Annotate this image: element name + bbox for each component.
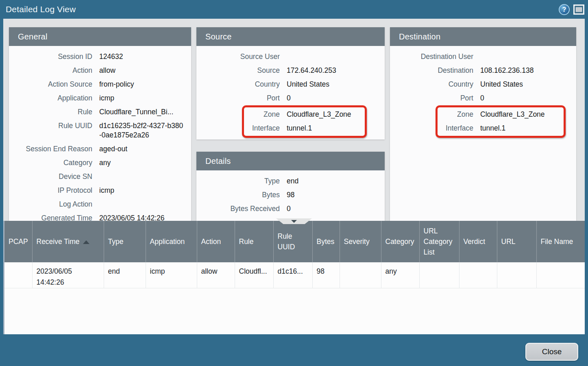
cell-bytes: 98 <box>312 262 340 288</box>
field-label: Action Source <box>9 80 92 89</box>
field-row-source-country: Country United States <box>196 78 385 92</box>
field-row-destination-country: Country United States <box>390 78 576 92</box>
field-label: Category <box>9 158 92 168</box>
column-header-file-name[interactable]: File Name <box>536 221 585 262</box>
field-value: end <box>287 176 385 186</box>
cell-severity <box>340 262 381 288</box>
field-label: Rule UUID <box>9 121 92 131</box>
field-row-rule-uuid: Rule UUID d1c16235-b2f2-4327-b380-0ae187… <box>9 119 191 142</box>
field-value: 0 <box>480 94 576 103</box>
field-value: allow <box>99 66 191 75</box>
field-value: Cloudflare_L3_Zone <box>480 110 564 119</box>
column-header-verdict[interactable]: Verdict <box>459 221 497 262</box>
field-value: 124632 <box>99 52 191 61</box>
field-row-source-user: Source User <box>196 50 385 64</box>
column-label: Verdict <box>464 237 486 246</box>
field-label: Source <box>196 66 280 75</box>
field-row-source-zone: Zone Cloudflare_L3_Zone <box>244 108 365 122</box>
cell-url <box>497 262 536 288</box>
field-value: United States <box>480 80 576 89</box>
column-header-category[interactable]: Category <box>381 221 419 262</box>
cell-application: icmp <box>146 262 197 288</box>
field-row-generated-time: Generated Time 2023/06/05 14:42:26 <box>9 211 191 221</box>
maximize-window-icon[interactable] <box>573 4 584 15</box>
cell-receive-time: 2023/06/05 14:42:26 <box>32 262 104 288</box>
field-value: aged-out <box>99 144 191 154</box>
column-header-url-category-list[interactable]: URL Category List <box>419 221 459 262</box>
field-value: 172.64.240.253 <box>287 66 385 75</box>
field-row-source-port: Port 0 <box>196 92 385 105</box>
column-label: File Name <box>541 237 573 246</box>
column-header-bytes[interactable]: Bytes <box>312 221 340 262</box>
general-panel-body: Session ID 124632 Action allow Action So… <box>9 46 191 221</box>
column-header-rule-uuid[interactable]: Rule UUID <box>273 221 312 262</box>
field-row-destination-interface: Interface tunnel.1 <box>438 122 564 135</box>
field-value: 0 <box>287 94 385 103</box>
column-label: URL <box>501 237 516 246</box>
field-label: Session ID <box>9 52 92 61</box>
field-value: tunnel.1 <box>480 124 564 133</box>
field-row-rule: Rule Cloudflare_Tunnel_Bi... <box>9 105 191 119</box>
log-table-row[interactable]: 2023/06/05 14:42:26 end icmp allow Cloud… <box>4 262 585 288</box>
column-header-pcap[interactable]: PCAP <box>4 221 32 262</box>
field-value: Cloudflare_L3_Zone <box>287 110 365 119</box>
column-label: URL Category List <box>424 227 453 256</box>
source-panel-header: Source <box>196 27 385 46</box>
field-value: 108.162.236.138 <box>480 66 576 75</box>
help-icon[interactable]: ? <box>559 4 570 15</box>
field-label: Action <box>9 66 92 75</box>
field-label: Source User <box>196 52 280 61</box>
column-header-severity[interactable]: Severity <box>340 221 381 262</box>
field-row-type: Type end <box>196 174 385 188</box>
title-bar: Detailed Log View ? <box>0 0 588 19</box>
field-row-destination-port: Port 0 <box>390 92 576 105</box>
field-label: IP Protocol <box>9 186 92 195</box>
log-table-region: PCAP Receive Time Type Application Actio… <box>3 221 585 334</box>
column-header-type[interactable]: Type <box>104 221 146 262</box>
destination-panel-body: Destination User Destination 108.162.236… <box>390 46 576 138</box>
field-value: icmp <box>99 186 191 195</box>
close-button[interactable]: Close <box>525 343 578 361</box>
cell-pcap <box>4 262 32 288</box>
details-panel: Details Type end Bytes 98 Bytes Received… <box>196 152 385 221</box>
help-glyph: ? <box>562 6 566 13</box>
column-header-url[interactable]: URL <box>497 221 536 262</box>
cell-verdict <box>459 262 497 288</box>
field-value: 98 <box>287 190 385 200</box>
field-row-ip-protocol: IP Protocol icmp <box>9 184 191 198</box>
field-row-device-sn: Device SN <box>9 170 191 184</box>
cell-category: any <box>381 262 419 288</box>
field-row-source: Source 172.64.240.253 <box>196 64 385 78</box>
field-value: 2023/06/05 14:42:26 <box>99 214 191 221</box>
field-row-session-id: Session ID 124632 <box>9 50 191 64</box>
field-label: Bytes <box>196 190 280 200</box>
source-panel-body: Source User Source 172.64.240.253 Countr… <box>196 46 385 138</box>
details-panel-body: Type end Bytes 98 Bytes Received 0 <box>196 170 385 216</box>
column-header-rule[interactable]: Rule <box>235 221 273 262</box>
column-label: Action <box>201 237 221 246</box>
field-row-category: Category any <box>9 156 191 170</box>
field-row-bytes-received: Bytes Received 0 <box>196 202 385 216</box>
field-label: Session End Reason <box>9 144 92 154</box>
cell-type: end <box>104 262 146 288</box>
destination-panel-header: Destination <box>390 27 576 46</box>
source-zone-highlight-box: Zone Cloudflare_L3_Zone Interface tunnel… <box>242 105 367 138</box>
general-panel: General Session ID 124632 Action allow A… <box>9 27 191 221</box>
field-row-session-end-reason: Session End Reason aged-out <box>9 142 191 156</box>
field-value: 0 <box>287 204 385 214</box>
chevron-down-icon <box>291 220 297 223</box>
field-row-log-action: Log Action <box>9 198 191 211</box>
field-label: Application <box>9 94 92 103</box>
field-label: Generated Time <box>9 214 92 221</box>
column-header-receive-time[interactable]: Receive Time <box>32 221 104 262</box>
column-label: Bytes <box>317 237 335 246</box>
field-value: United States <box>287 80 385 89</box>
field-value: Cloudflare_Tunnel_Bi... <box>99 107 191 117</box>
column-label: Category <box>385 237 414 246</box>
field-label: Port <box>390 94 473 103</box>
column-header-action[interactable]: Action <box>197 221 235 262</box>
column-header-application[interactable]: Application <box>146 221 197 262</box>
field-value: icmp <box>99 94 191 103</box>
field-row-destination-zone: Zone Cloudflare_L3_Zone <box>438 108 564 122</box>
field-label: Destination <box>390 66 473 75</box>
